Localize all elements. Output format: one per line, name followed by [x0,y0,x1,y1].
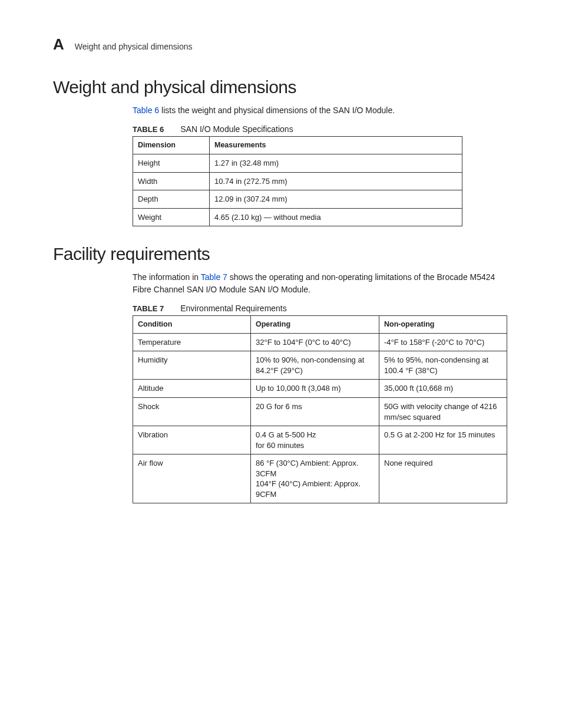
table6-caption: TABLE 6SAN I/O Module Specifications [133,124,509,134]
running-header: A Weight and physical dimensions [53,35,509,54]
table-row: Depth 12.09 in (307.24 mm) [133,190,462,209]
cell: Air flow [133,454,251,503]
table-row: Vibration 0.4 G at 5-500 Hzfor 60 minute… [133,426,507,454]
cell: Height [133,154,210,173]
intro-facility-pre: The information in [133,272,201,282]
cell: 35,000 ft (10,668 m) [379,380,507,398]
link-table6[interactable]: Table 6 [133,106,159,115]
cell: 10% to 90%, non-condensing at 84.2°F (29… [251,351,379,380]
cell: 0.5 G at 2-200 Hz for 15 minutes [379,426,507,454]
table7: Condition Operating Non-operating Temper… [133,315,507,503]
table-header-row: Condition Operating Non-operating [133,315,507,333]
table-row: Weight 4.65 (2.10 kg) — without media [133,208,462,226]
th-dimension: Dimension [133,137,210,154]
cell: 32°F to 104°F (0°C to 40°C) [251,333,379,351]
cell: 20 G for 6 ms [251,398,379,426]
table-row: Altitude Up to 10,000 ft (3,048 m) 35,00… [133,380,507,398]
table6-label: TABLE 6 [133,125,164,134]
cell: 10.74 in (272.75 mm) [210,172,462,190]
table-row: Air flow 86 °F (30°C) Ambient: Approx. 3… [133,454,507,503]
intro-weight-text: lists the weight and physical dimensions… [159,106,395,115]
table6-title: SAN I/O Module Specifications [180,124,293,134]
table7-caption: TABLE 7Environmental Requirements [133,304,509,313]
cell: Width [133,172,210,190]
table-row: Temperature 32°F to 104°F (0°C to 40°C) … [133,333,507,351]
cell: 4.65 (2.10 kg) — without media [210,208,462,226]
cell: Vibration [133,426,251,454]
table7-title: Environmental Requirements [180,304,287,313]
intro-weight: Table 6 lists the weight and physical di… [133,104,509,116]
heading-facility: Facility requirements [53,244,509,264]
table-row: Shock 20 G for 6 ms 50G with velocity ch… [133,398,507,426]
cell: Shock [133,398,251,426]
cell: 50G with velocity change of 4216 mm/sec … [379,398,507,426]
table-row: Humidity 10% to 90%, non-condensing at 8… [133,351,507,380]
cell: 0.4 G at 5-500 Hzfor 60 minutes [251,426,379,454]
cell: 5% to 95%, non-condensing at 100.4 °F (3… [379,351,507,380]
th-condition: Condition [133,315,251,333]
cell: Weight [133,208,210,226]
cell: Temperature [133,333,251,351]
th-measurements: Measurements [210,137,462,154]
appendix-letter: A [53,35,64,54]
running-title: Weight and physical dimensions [75,42,193,51]
cell: Humidity [133,351,251,380]
table-row: Width 10.74 in (272.75 mm) [133,172,462,190]
cell: 1.27 in (32.48 mm) [210,154,462,173]
table6: Dimension Measurements Height 1.27 in (3… [133,136,462,226]
th-operating: Operating [251,315,379,333]
cell: Up to 10,000 ft (3,048 m) [251,380,379,398]
table-row: Height 1.27 in (32.48 mm) [133,154,462,173]
cell: 86 °F (30°C) Ambient: Approx. 3CFM104°F … [251,454,379,503]
table-header-row: Dimension Measurements [133,137,462,154]
intro-facility: The information in Table 7 shows the ope… [133,271,509,295]
cell: Depth [133,190,210,209]
link-table7[interactable]: Table 7 [201,272,227,282]
th-nonoperating: Non-operating [379,315,507,333]
cell: 12.09 in (307.24 mm) [210,190,462,209]
cell: -4°F to 158°F (-20°C to 70°C) [379,333,507,351]
table7-label: TABLE 7 [133,304,164,313]
cell: Altitude [133,380,251,398]
cell: None required [379,454,507,503]
heading-weight: Weight and physical dimensions [53,77,509,97]
